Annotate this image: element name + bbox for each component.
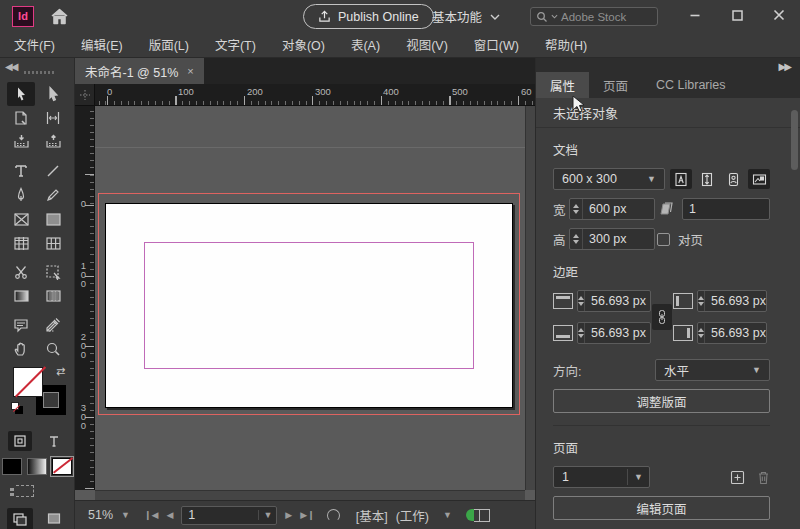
apply-none-button[interactable] bbox=[52, 458, 72, 475]
adobe-stock-search-input[interactable]: Adobe Stock bbox=[530, 7, 658, 26]
margin-bottom-field[interactable]: 56.693 px bbox=[577, 322, 651, 344]
pasteboard[interactable] bbox=[95, 106, 525, 490]
first-page-button[interactable]: ❙◀ bbox=[144, 510, 158, 520]
panel-grip[interactable] bbox=[24, 71, 54, 74]
publish-online-button[interactable]: Publish Online bbox=[303, 4, 434, 29]
menu-window[interactable]: 窗口(W) bbox=[474, 35, 519, 54]
vertical-ruler[interactable]: 0 100 200 300 bbox=[75, 106, 95, 490]
add-page-icon[interactable] bbox=[730, 470, 745, 485]
menu-type[interactable]: 文字(T) bbox=[215, 35, 256, 54]
fill-swatch-none[interactable] bbox=[13, 367, 43, 397]
horizontal-ruler[interactable]: 0 100 200 300 400 500 60 bbox=[95, 84, 535, 106]
menu-view[interactable]: 视图(V) bbox=[406, 35, 448, 54]
zoom-chevron-icon[interactable]: ▼ bbox=[121, 510, 130, 520]
preflight-chevron-icon[interactable]: ▼ bbox=[443, 510, 452, 520]
tab-close-icon[interactable]: × bbox=[187, 65, 193, 77]
vertical-scrollbar[interactable] bbox=[525, 106, 535, 490]
tool-type[interactable] bbox=[7, 159, 35, 183]
tool-pen[interactable] bbox=[7, 183, 35, 207]
tool-hand[interactable] bbox=[7, 337, 35, 361]
page-dropdown-chevron-icon[interactable]: ▼ bbox=[258, 510, 276, 520]
apply-gradient-button[interactable] bbox=[27, 458, 47, 475]
margin-right-stepper[interactable] bbox=[698, 323, 705, 343]
margin-top-stepper[interactable] bbox=[578, 291, 585, 311]
height-field[interactable]: 300 px bbox=[569, 228, 655, 250]
tool-rectangle[interactable] bbox=[39, 207, 67, 231]
current-page-dropdown[interactable]: 1 ▼ bbox=[553, 466, 650, 488]
workspace-switcher[interactable]: 基本功能 bbox=[432, 7, 500, 26]
tool-page[interactable] bbox=[7, 106, 35, 130]
view-options-icon[interactable] bbox=[16, 485, 34, 497]
margin-left-field[interactable]: 56.693 px bbox=[697, 290, 767, 312]
swap-fill-stroke-icon[interactable]: ⇄ bbox=[56, 365, 65, 378]
page-size-dropdown[interactable]: 600 x 300 ▼ bbox=[553, 168, 665, 190]
screen-mode-normal-button[interactable] bbox=[7, 508, 33, 529]
menu-file[interactable]: 文件(F) bbox=[14, 35, 55, 54]
delete-page-icon[interactable] bbox=[757, 470, 770, 485]
tool-gradient-feather[interactable] bbox=[39, 284, 67, 308]
preflight-preset[interactable]: [基本] bbox=[356, 506, 388, 525]
tool-eyedropper[interactable] bbox=[39, 313, 67, 337]
doc-landscape-button[interactable] bbox=[748, 169, 770, 189]
tool-content-collector[interactable] bbox=[7, 130, 35, 154]
tool-frame[interactable] bbox=[7, 207, 35, 231]
tool-zoom[interactable] bbox=[39, 337, 67, 361]
formatting-affects-container-button[interactable] bbox=[8, 431, 32, 451]
tool-horizontal-grid[interactable] bbox=[7, 231, 35, 255]
adjust-layout-button[interactable]: 调整版面 bbox=[553, 389, 770, 413]
document-tab[interactable]: 未命名-1 @ 51% × bbox=[75, 58, 204, 84]
maximize-button[interactable] bbox=[726, 5, 748, 25]
screen-mode-preview-button[interactable] bbox=[41, 508, 67, 529]
default-fill-stroke-icon[interactable] bbox=[11, 402, 23, 414]
document-page[interactable] bbox=[105, 203, 513, 408]
menu-edit[interactable]: 编辑(E) bbox=[81, 35, 123, 54]
zoom-level[interactable]: 51% bbox=[88, 508, 113, 522]
tool-vertical-grid[interactable] bbox=[39, 231, 67, 255]
menu-object[interactable]: 对象(O) bbox=[282, 35, 325, 54]
menu-table[interactable]: 表(A) bbox=[351, 35, 380, 54]
tool-free-transform[interactable] bbox=[39, 260, 67, 284]
margin-top-field[interactable]: 56.693 px bbox=[577, 290, 651, 312]
margin-bottom-stepper[interactable] bbox=[578, 323, 585, 343]
preflight-icon[interactable] bbox=[327, 509, 340, 522]
tool-note[interactable] bbox=[7, 313, 35, 337]
minimize-button[interactable] bbox=[684, 5, 706, 25]
margin-left-stepper[interactable] bbox=[698, 291, 705, 311]
facing-pages-checkbox[interactable] bbox=[657, 233, 670, 246]
apply-color-button[interactable] bbox=[2, 458, 22, 475]
last-page-button[interactable]: ▶❙ bbox=[300, 510, 314, 520]
link-margins-button[interactable] bbox=[652, 304, 672, 330]
canvas[interactable]: 0 100 200 300 400 500 60 0 100 200 300 bbox=[75, 84, 535, 500]
page-number-dropdown[interactable]: 1 ▼ bbox=[181, 506, 277, 525]
menu-layout[interactable]: 版面(L) bbox=[149, 35, 189, 54]
close-button[interactable] bbox=[768, 5, 790, 25]
home-button[interactable] bbox=[50, 8, 69, 25]
height-stepper[interactable] bbox=[570, 229, 583, 249]
expand-panel-icon[interactable]: ▶▶ bbox=[779, 61, 790, 72]
collapse-panel-icon[interactable]: ◀◀ bbox=[5, 61, 16, 72]
preflight-profile[interactable]: (工作) bbox=[396, 506, 429, 525]
tool-selection[interactable] bbox=[7, 82, 35, 106]
pages-count-field[interactable]: 1 bbox=[682, 198, 770, 220]
tab-cc-libraries[interactable]: CC Libraries bbox=[642, 72, 739, 98]
tool-pencil[interactable] bbox=[39, 183, 67, 207]
ruler-origin-corner[interactable] bbox=[75, 84, 95, 106]
doc-portrait-button[interactable] bbox=[670, 169, 692, 189]
doc-binding-button[interactable] bbox=[696, 169, 718, 189]
panel-scrollbar[interactable] bbox=[791, 110, 798, 170]
doc-mobile-button[interactable] bbox=[722, 169, 744, 189]
next-page-button[interactable]: ▶ bbox=[285, 510, 292, 520]
tool-gradient[interactable] bbox=[7, 284, 35, 308]
horizontal-scrollbar[interactable] bbox=[95, 490, 525, 500]
width-field[interactable]: 600 px bbox=[569, 198, 655, 220]
margin-right-field[interactable]: 56.693 px bbox=[697, 322, 767, 344]
previous-page-button[interactable]: ◀ bbox=[166, 510, 173, 520]
preflight-status-indicator[interactable] bbox=[466, 509, 490, 522]
width-stepper[interactable] bbox=[570, 199, 583, 219]
edit-page-button[interactable]: 编辑页面 bbox=[553, 496, 770, 520]
tool-gap[interactable] bbox=[39, 106, 67, 130]
tool-direct-selection[interactable] bbox=[39, 82, 67, 106]
menu-help[interactable]: 帮助(H) bbox=[545, 35, 587, 54]
tool-content-placer[interactable] bbox=[39, 130, 67, 154]
orientation-dropdown[interactable]: 水平 ▼ bbox=[655, 359, 770, 381]
